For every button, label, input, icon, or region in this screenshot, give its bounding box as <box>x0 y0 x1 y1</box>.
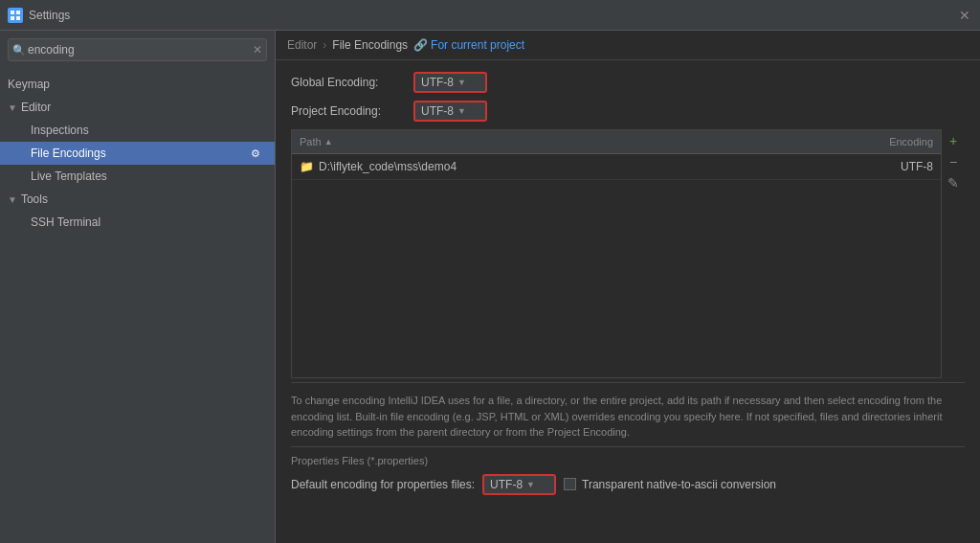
tools-arrow: ▼ <box>8 194 17 205</box>
global-encoding-select[interactable]: UTF-8 ▼ <box>413 72 487 93</box>
titlebar-left: Settings <box>8 8 70 23</box>
properties-encoding-arrow: ▼ <box>526 480 535 489</box>
breadcrumb-current: File Encodings <box>332 38 408 52</box>
sort-icon: ▲ <box>324 137 333 147</box>
for-current-project-link[interactable]: 🔗 For current project <box>413 38 524 52</box>
close-button[interactable]: ✕ <box>957 8 972 23</box>
table-header: Path ▲ Encoding <box>292 130 941 154</box>
global-encoding-arrow: ▼ <box>457 78 466 87</box>
project-encoding-arrow: ▼ <box>457 106 466 116</box>
sidebar-item-live-templates[interactable]: Live Templates ⚙ <box>0 165 275 188</box>
remove-encoding-button[interactable]: − <box>944 152 963 171</box>
transparent-conversion-label: Transparent native-to-ascii conversion <box>582 478 776 491</box>
sidebar-section-editor[interactable]: ▼ Editor <box>0 96 275 119</box>
sidebar-section-tools[interactable]: ▼ Tools <box>0 188 275 211</box>
row-encoding: UTF-8 <box>826 158 941 175</box>
properties-title: Properties Files (*.properties) <box>291 455 965 466</box>
editor-arrow: ▼ <box>8 102 17 113</box>
inspections-label: Inspections <box>31 124 248 137</box>
titlebar: Settings ✕ <box>0 0 980 31</box>
link-text: For current project <box>431 38 524 52</box>
tools-label: Tools <box>21 192 48 206</box>
row-path: 📁 D:\iflytek_code\mss\demo4 <box>292 158 826 175</box>
add-encoding-button[interactable]: + <box>944 131 963 150</box>
folder-icon: 📁 <box>300 160 314 173</box>
properties-section: Properties Files (*.properties) Default … <box>291 446 965 495</box>
clear-search-icon[interactable]: ✕ <box>253 43 262 57</box>
transparent-conversion-row: Transparent native-to-ascii conversion <box>564 478 776 491</box>
encodings-table-container: Path ▲ Encoding 📁 D:\iflytek_code\mss\de… <box>291 129 965 378</box>
svg-rect-3 <box>16 16 20 20</box>
properties-encoding-select[interactable]: UTF-8 ▼ <box>482 474 556 495</box>
window-title: Settings <box>29 9 70 22</box>
sidebar-item-ssh-terminal[interactable]: SSH Terminal ⚙ <box>0 211 275 234</box>
settings-body: Global Encoding: UTF-8 ▼ Project Encodin… <box>276 60 980 543</box>
default-encoding-label: Default encoding for properties files: <box>291 478 475 491</box>
main-container: 🔍 ✕ Keymap ▼ Editor Inspections ⚙ File E… <box>0 31 980 543</box>
global-encoding-row: Global Encoding: UTF-8 ▼ <box>291 72 965 93</box>
global-encoding-label: Global Encoding: <box>291 76 406 89</box>
col-path: Path ▲ <box>292 134 826 149</box>
search-icon: 🔍 <box>12 44 26 57</box>
editor-label: Editor <box>21 101 51 114</box>
sidebar-item-inspections[interactable]: Inspections ⚙ <box>0 119 275 142</box>
file-encodings-settings-icon: ⚙ <box>248 146 263 161</box>
project-encoding-row: Project Encoding: UTF-8 ▼ <box>291 101 965 122</box>
properties-encoding-value: UTF-8 <box>490 478 523 491</box>
project-encoding-value: UTF-8 <box>421 104 454 118</box>
properties-row: Default encoding for properties files: U… <box>291 474 965 495</box>
sidebar-item-keymap[interactable]: Keymap <box>0 73 275 96</box>
table-action-buttons: + − ✎ <box>942 129 965 378</box>
keymap-label: Keymap <box>8 78 50 91</box>
svg-rect-2 <box>11 16 14 20</box>
search-input[interactable] <box>8 38 267 61</box>
link-icon: 🔗 <box>413 38 428 52</box>
path-col-label: Path <box>300 136 322 147</box>
ssh-terminal-label: SSH Terminal <box>31 215 248 229</box>
project-encoding-label: Project Encoding: <box>291 104 406 118</box>
edit-encoding-button[interactable]: ✎ <box>944 173 963 192</box>
live-templates-label: Live Templates <box>31 170 248 183</box>
content-area: Editor › File Encodings 🔗 For current pr… <box>276 31 980 543</box>
svg-rect-1 <box>16 11 20 14</box>
breadcrumb-parent: Editor <box>287 38 317 52</box>
breadcrumb: Editor › File Encodings 🔗 For current pr… <box>276 31 980 60</box>
path-value: D:\iflytek_code\mss\demo4 <box>319 160 457 173</box>
breadcrumb-arrow: › <box>323 38 326 52</box>
svg-rect-0 <box>11 11 14 14</box>
file-encodings-label: File Encodings <box>31 147 248 160</box>
table-row[interactable]: 📁 D:\iflytek_code\mss\demo4 UTF-8 <box>292 154 941 180</box>
project-encoding-select[interactable]: UTF-8 ▼ <box>413 101 487 122</box>
encodings-table: Path ▲ Encoding 📁 D:\iflytek_code\mss\de… <box>291 129 942 378</box>
nav-tree: Keymap ▼ Editor Inspections ⚙ File Encod… <box>0 69 275 543</box>
col-encoding: Encoding <box>826 134 941 149</box>
info-text: To change encoding IntelliJ IDEA uses fo… <box>291 382 965 446</box>
search-box: 🔍 ✕ <box>8 38 267 61</box>
global-encoding-value: UTF-8 <box>421 76 454 89</box>
app-icon <box>8 8 23 23</box>
sidebar-item-file-encodings[interactable]: File Encodings ⚙ <box>0 142 275 165</box>
sidebar: 🔍 ✕ Keymap ▼ Editor Inspections ⚙ File E… <box>0 31 276 543</box>
transparent-conversion-checkbox[interactable] <box>564 478 576 490</box>
